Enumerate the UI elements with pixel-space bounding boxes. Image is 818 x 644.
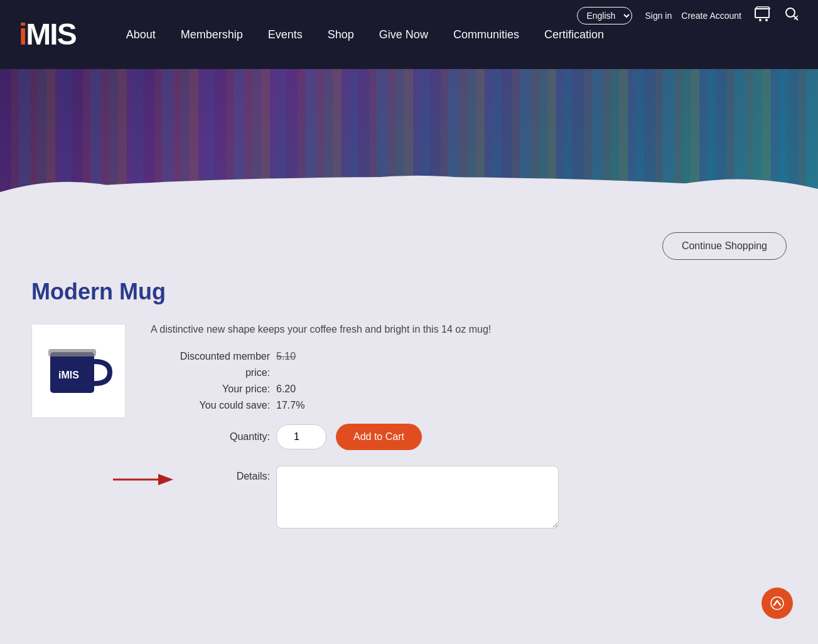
header: iMIS About Membership Events Shop Give N… [0, 0, 818, 69]
svg-text:iMIS: iMIS [58, 370, 79, 380]
mug-svg: iMIS [41, 333, 116, 409]
svg-point-3 [786, 8, 795, 17]
svg-rect-7 [48, 349, 96, 357]
nav-membership[interactable]: Membership [181, 28, 243, 41]
price-line2-label: price: [151, 367, 276, 378]
hero-banner [0, 69, 818, 213]
product-title: Modern Mug [31, 279, 787, 305]
sign-in-link[interactable]: Sign in [645, 11, 672, 21]
logo-mis: MIS [26, 18, 75, 51]
nav-communities[interactable]: Communities [453, 28, 519, 41]
your-price-row: Your price: 6.20 [151, 384, 787, 395]
cart-icon[interactable] [754, 6, 772, 24]
discounted-member-price-row: Discounted member 5.10 [151, 351, 787, 362]
svg-point-2 [765, 19, 768, 21]
create-account-link[interactable]: Create Account [681, 11, 741, 21]
svg-point-1 [759, 19, 761, 21]
hero-background [0, 69, 818, 213]
scroll-to-top-button[interactable] [761, 588, 793, 619]
nav-events[interactable]: Events [268, 28, 303, 41]
continue-shopping-button[interactable]: Continue Shopping [662, 232, 787, 260]
nav-certification[interactable]: Certification [544, 28, 604, 41]
nav-about[interactable]: About [126, 28, 156, 41]
wave-divider [0, 170, 818, 213]
discounted-member-price-value: 5.10 [276, 351, 296, 362]
header-right: English Sign in Create Account [577, 6, 799, 24]
language-select[interactable]: English [577, 7, 632, 24]
you-could-save-label: You could save: [151, 400, 276, 411]
your-price-value: 6.20 [276, 384, 296, 395]
your-price-label: Your price: [151, 384, 276, 395]
product-description: A distinctive new shape keeps your coffe… [151, 324, 787, 335]
details-textarea[interactable] [276, 466, 559, 529]
main-content: Continue Shopping Modern Mug iMIS A dist… [0, 213, 818, 590]
search-icon[interactable] [784, 6, 799, 24]
header-links: Sign in Create Account [645, 11, 741, 21]
quantity-input[interactable] [276, 424, 326, 449]
quantity-label: Quantity: [151, 431, 276, 443]
you-could-save-value: 17.7% [276, 400, 304, 411]
product-details-panel: A distinctive new shape keeps your coffe… [151, 324, 787, 529]
product-image: iMIS [31, 324, 126, 418]
product-section: iMIS A distinctive new shape keeps your … [31, 324, 787, 529]
logo-i: i [19, 18, 26, 51]
svg-rect-0 [755, 9, 769, 18]
you-could-save-row: You could save: 17.7% [151, 400, 787, 411]
price-table: Discounted member 5.10 price: Your price… [151, 351, 787, 411]
svg-point-11 [771, 597, 783, 609]
logo[interactable]: iMIS [19, 19, 76, 50]
nav-give-now[interactable]: Give Now [379, 28, 428, 41]
continue-shopping-row: Continue Shopping [31, 232, 787, 260]
quantity-row: Quantity: Add to Cart [151, 424, 787, 450]
discounted-member-price-label: Discounted member [151, 351, 276, 362]
nav-shop[interactable]: Shop [328, 28, 354, 41]
arrow-indicator [113, 472, 176, 487]
details-row: Details: [151, 466, 787, 529]
add-to-cart-button[interactable]: Add to Cart [336, 424, 422, 450]
main-nav: About Membership Events Shop Give Now Co… [126, 28, 799, 41]
price-line2-row: price: [151, 367, 787, 378]
